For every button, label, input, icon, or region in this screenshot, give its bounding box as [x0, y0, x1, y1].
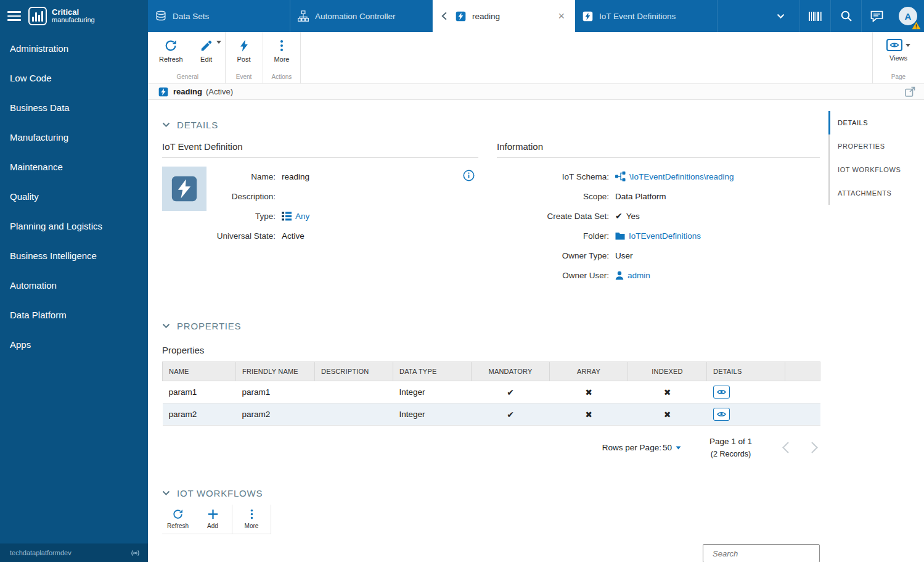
folder-icon — [615, 232, 625, 240]
type-value[interactable]: Any — [282, 212, 309, 221]
field-description: Description: — [206, 186, 478, 206]
field-iot-schema: IoT Schema: \IoTEventDefinitions\reading — [497, 167, 820, 186]
cell-description — [315, 381, 393, 403]
page-content: DETAILS PROPERTIES IOT WORKFLOWS ATTACHM… — [148, 100, 924, 562]
field-owner-type: Owner Type: User — [497, 246, 820, 265]
chevron-down-icon — [777, 14, 785, 19]
iot-schema-link[interactable]: \IoTEventDefinitions\reading — [615, 171, 734, 181]
column-header-name[interactable]: NAME — [163, 362, 236, 381]
sidebar-item-administration[interactable]: Administration — [0, 33, 148, 63]
column-header-details[interactable]: DETAILS — [707, 362, 785, 381]
refresh-button[interactable]: Refresh — [159, 39, 183, 63]
open-in-new-icon[interactable] — [905, 86, 915, 97]
table-row[interactable]: param1 param1 Integer ✔ ✖ ✖ — [163, 381, 820, 403]
sidebar-item-low-code[interactable]: Low Code — [0, 63, 148, 93]
rows-per-page-value: 50 — [663, 443, 672, 452]
global-search-button[interactable] — [830, 0, 861, 32]
scan-barcode-button[interactable] — [799, 0, 830, 32]
sidebar-item-planning-and-logistics[interactable]: Planning and Logistics — [0, 211, 148, 241]
next-page-button[interactable] — [809, 440, 820, 455]
sidebar-header: Critical manufacturing — [0, 0, 148, 32]
column-header-array[interactable]: ARRAY — [550, 362, 628, 381]
workflows-add-button[interactable]: Add — [203, 508, 222, 529]
column-header-mandatory[interactable]: MANDATORY — [472, 362, 550, 381]
info-icon[interactable] — [463, 170, 475, 181]
button-label: More — [274, 56, 289, 63]
anchor-attachments[interactable]: ATTACHMENTS — [828, 181, 921, 205]
sidebar-item-automation[interactable]: Automation — [0, 270, 148, 300]
toolbar-group-label: General — [159, 70, 216, 80]
row-details-button[interactable] — [713, 408, 730, 421]
user-icon — [615, 271, 624, 280]
schema-icon — [615, 171, 626, 181]
column-header-friendly-name[interactable]: FRIENDLY NAME — [236, 362, 315, 381]
button-label: Views — [889, 54, 907, 62]
row-details-button[interactable] — [713, 386, 730, 399]
anchor-properties[interactable]: PROPERTIES — [828, 134, 921, 158]
collapse-chevron-icon — [162, 490, 170, 496]
barcode-icon — [808, 11, 822, 22]
table-row[interactable]: param2 param2 Integer ✔ ✖ ✖ — [163, 403, 820, 426]
previous-page-button[interactable] — [780, 440, 791, 455]
user-menu-button[interactable]: A — [892, 0, 924, 32]
details-section-header[interactable]: DETAILS — [162, 120, 828, 130]
workflows-more-button[interactable]: More — [242, 508, 261, 529]
properties-table: NAME FRIENDLY NAME DESCRIPTION DATA TYPE… — [162, 362, 820, 426]
toolbar-group-event: Post Event — [226, 32, 263, 83]
column-header-description[interactable]: DESCRIPTION — [315, 362, 393, 381]
column-header-data-type[interactable]: DATA TYPE — [393, 362, 472, 381]
toolbar-group-label: Event — [234, 70, 254, 80]
post-button[interactable]: Post — [234, 39, 254, 63]
column-header-indexed[interactable]: INDEXED — [628, 362, 707, 381]
field-label: IoT Schema: — [497, 172, 615, 181]
more-actions-button[interactable]: More — [272, 39, 292, 63]
anchor-iot-workflows[interactable]: IOT WORKFLOWS — [828, 158, 921, 181]
tab-automation-controller[interactable]: Automation Controller — [290, 0, 433, 32]
iot-workflows-section-header[interactable]: IOT WORKFLOWS — [162, 488, 828, 498]
tab-label: reading — [472, 12, 500, 21]
page-number: Page 1 of 1 — [709, 437, 752, 446]
field-label: Universal State: — [206, 231, 282, 241]
views-button[interactable]: Views — [886, 39, 910, 62]
workflows-refresh-button[interactable]: Refresh — [167, 508, 189, 529]
tab-iot-event-definitions[interactable]: IoT Event Definitions — [575, 0, 718, 32]
tab-reading[interactable]: reading × — [433, 0, 575, 32]
topbar-actions: A — [761, 0, 924, 32]
tab-back-chevron[interactable] — [440, 11, 449, 21]
sidebar-item-business-intelligence[interactable]: Business Intelligence — [0, 241, 148, 270]
button-label: Edit — [200, 56, 212, 63]
logo-line2: manufacturing — [52, 17, 95, 24]
sidebar-item-quality[interactable]: Quality — [0, 181, 148, 211]
check-icon: ✔ — [615, 211, 623, 221]
field-label: Scope: — [497, 192, 615, 201]
workflows-search-input[interactable] — [713, 549, 822, 558]
sidebar-item-data-platform[interactable]: Data Platform — [0, 300, 148, 329]
owner-user-link[interactable]: admin — [615, 271, 650, 280]
sidebar-item-maintenance[interactable]: Maintenance — [0, 152, 148, 181]
tab-close-button[interactable]: × — [555, 9, 567, 23]
mandatory-check-icon: ✔ — [507, 410, 514, 419]
properties-section-header[interactable]: PROPERTIES — [162, 321, 828, 331]
entity-title: reading — [173, 87, 202, 96]
folder-link[interactable]: IoTEventDefinitions — [615, 231, 701, 241]
toolbar-group-actions: More Actions — [263, 32, 301, 83]
tab-overflow-dropdown[interactable] — [761, 0, 799, 32]
rows-per-page-select[interactable]: Rows per Page:50 — [602, 443, 681, 452]
table-header-row: NAME FRIENDLY NAME DESCRIPTION DATA TYPE… — [163, 362, 820, 381]
sidebar-item-apps[interactable]: Apps — [0, 329, 148, 359]
more-dots-icon — [275, 39, 288, 52]
refresh-icon — [164, 39, 178, 52]
field-scope: Scope: Data Platform — [497, 186, 820, 206]
sidebar-item-business-data[interactable]: Business Data — [0, 93, 148, 122]
menu-icon[interactable] — [7, 9, 21, 23]
tab-data-sets[interactable]: Data Sets — [148, 0, 290, 32]
logo-line1: Critical — [52, 8, 95, 17]
sidebar-item-manufacturing[interactable]: Manufacturing — [0, 122, 148, 152]
anchor-details[interactable]: DETAILS — [828, 111, 921, 134]
edit-button[interactable]: Edit — [197, 39, 216, 63]
field-owner-user: Owner User: admin — [497, 265, 820, 285]
field-label: Description: — [206, 192, 282, 201]
chevron-down-icon — [676, 446, 681, 450]
field-label: Owner Type: — [497, 251, 615, 260]
feedback-chat-button[interactable] — [861, 0, 892, 32]
